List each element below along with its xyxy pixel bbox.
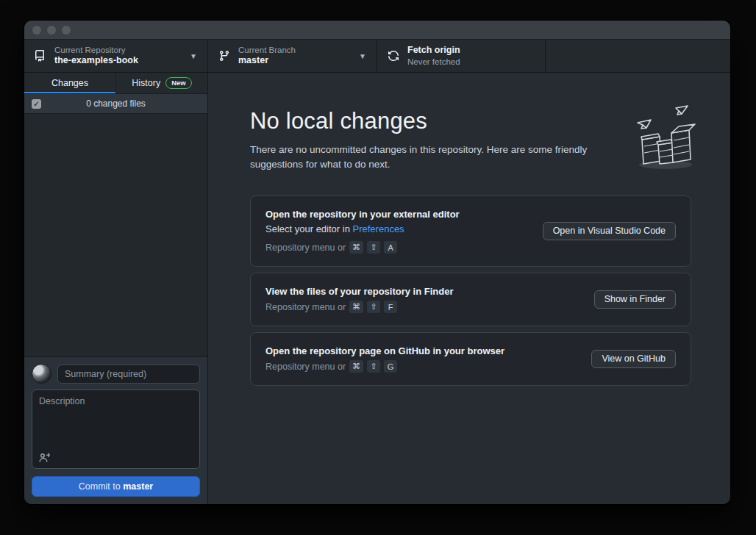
tab-history-label: History bbox=[132, 78, 160, 88]
tab-changes[interactable]: Changes bbox=[24, 73, 115, 93]
card-title: Open the repository in your external edi… bbox=[265, 209, 460, 220]
current-branch-dropdown[interactable]: Current Branch master ▼ bbox=[208, 40, 377, 72]
shortcut-hint: Repository menu or ⌘ ⇧ G bbox=[265, 360, 504, 373]
commit-panel: Commit to master bbox=[24, 356, 207, 504]
window-titlebar[interactable] bbox=[24, 21, 730, 40]
command-key-icon: ⌘ bbox=[349, 241, 363, 254]
window-minimize-button[interactable] bbox=[47, 26, 56, 35]
commit-description-textarea[interactable] bbox=[32, 390, 199, 468]
shortcut-text: Repository menu or bbox=[265, 243, 346, 253]
open-in-editor-button[interactable]: Open in Visual Studio Code bbox=[543, 222, 676, 240]
main-panel: No local changes There are no uncommitte… bbox=[208, 73, 730, 504]
shortcut-hint: Repository menu or ⌘ ⇧ F bbox=[265, 301, 453, 313]
fetch-status: Never fetched bbox=[407, 57, 535, 67]
card-subtitle-text: Select your editor in bbox=[265, 223, 353, 234]
toolbar: Current Repository the-examples-book ▼ C… bbox=[24, 40, 730, 73]
changed-files-list[interactable] bbox=[24, 114, 207, 356]
changed-files-header: ✓ 0 changed files bbox=[24, 94, 207, 114]
sync-icon bbox=[388, 50, 399, 62]
repository-label: Current Repository bbox=[54, 45, 182, 55]
command-key-icon: ⌘ bbox=[349, 360, 363, 373]
command-key-icon: ⌘ bbox=[349, 301, 363, 313]
letter-key: G bbox=[384, 360, 397, 373]
chevron-down-icon: ▼ bbox=[190, 52, 197, 60]
suggestion-card-finder: View the files of your repository in Fin… bbox=[250, 273, 691, 326]
shortcut-text: Repository menu or bbox=[265, 302, 346, 312]
commit-summary-input[interactable] bbox=[57, 365, 200, 384]
card-title: Open the repository page on GitHub in yo… bbox=[265, 345, 504, 356]
shift-key-icon: ⇧ bbox=[367, 241, 380, 254]
repo-icon bbox=[35, 50, 46, 62]
card-title: View the files of your repository in Fin… bbox=[265, 286, 453, 297]
tab-changes-label: Changes bbox=[51, 78, 88, 88]
branch-label: Current Branch bbox=[238, 45, 351, 55]
suggestion-cards: Open the repository in your external edi… bbox=[250, 195, 691, 386]
app-window: Current Repository the-examples-book ▼ C… bbox=[24, 21, 730, 504]
card-subtitle: Select your editor in Preferences bbox=[265, 223, 460, 234]
suggestion-card-github: Open the repository page on GitHub in yo… bbox=[250, 332, 691, 386]
commit-button-branch: master bbox=[123, 481, 153, 492]
repository-name: the-examples-book bbox=[54, 55, 182, 67]
toolbar-spacer bbox=[546, 40, 730, 72]
branch-icon bbox=[218, 50, 230, 62]
shortcut-hint: Repository menu or ⌘ ⇧ A bbox=[265, 241, 460, 254]
commit-button[interactable]: Commit to master bbox=[32, 476, 200, 497]
changed-files-count: 0 changed files bbox=[24, 98, 207, 109]
chevron-down-icon: ▼ bbox=[359, 52, 366, 60]
preferences-link[interactable]: Preferences bbox=[353, 223, 404, 234]
select-all-checkbox[interactable]: ✓ bbox=[32, 99, 41, 109]
fetch-origin-button[interactable]: Fetch origin Never fetched bbox=[377, 40, 546, 72]
branch-name: master bbox=[238, 55, 351, 67]
shortcut-text: Repository menu or bbox=[265, 362, 346, 372]
page-title: No local changes bbox=[250, 108, 692, 134]
paper-stack-illustration bbox=[630, 104, 698, 174]
sidebar: Changes History New ✓ 0 changed files bbox=[24, 73, 208, 504]
tab-history[interactable]: History New bbox=[115, 73, 207, 93]
window-zoom-button[interactable] bbox=[62, 26, 71, 35]
page-subtitle: There are no uncommitted changes in this… bbox=[250, 143, 624, 171]
add-coauthor-icon[interactable] bbox=[38, 451, 50, 463]
user-avatar bbox=[32, 364, 51, 384]
sidebar-tabs: Changes History New bbox=[24, 73, 207, 94]
shift-key-icon: ⇧ bbox=[367, 360, 380, 373]
fetch-label: Fetch origin bbox=[407, 45, 535, 57]
commit-button-prefix: Commit to bbox=[79, 481, 123, 492]
shift-key-icon: ⇧ bbox=[367, 301, 380, 313]
window-close-button[interactable] bbox=[32, 26, 41, 35]
view-on-github-button[interactable]: View on GitHub bbox=[591, 350, 676, 368]
current-repository-dropdown[interactable]: Current Repository the-examples-book ▼ bbox=[24, 40, 208, 72]
suggestion-card-editor: Open the repository in your external edi… bbox=[250, 195, 691, 267]
show-in-finder-button[interactable]: Show in Finder bbox=[594, 290, 676, 309]
new-badge: New bbox=[165, 77, 192, 89]
letter-key: A bbox=[384, 241, 397, 254]
letter-key: F bbox=[384, 301, 397, 313]
